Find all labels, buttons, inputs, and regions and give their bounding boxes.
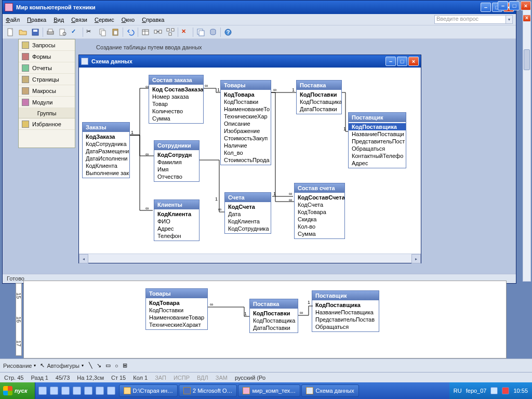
field[interactable]: ДатаИсполнени [83, 155, 129, 162]
table-header[interactable]: Состав счета [295, 183, 344, 193]
nav-modules[interactable]: Модули [19, 97, 75, 108]
table-header[interactable]: Сотрудники [154, 141, 199, 150]
field[interactable]: Дата [225, 210, 271, 218]
clear-layout-icon[interactable]: ✕ [180, 26, 191, 38]
taskbar-app-word[interactable]: 2 Microsoft O… [179, 384, 237, 397]
field[interactable]: КодКлиента [83, 162, 129, 169]
show-table-icon[interactable] [140, 26, 151, 38]
cut-icon[interactable]: ✂ [85, 26, 96, 38]
field[interactable]: КодТовара [221, 91, 271, 98]
field[interactable]: Выполнение зак [83, 169, 129, 177]
ql-icon[interactable] [38, 387, 47, 395]
field[interactable]: ПредставительПост [349, 138, 406, 145]
taskbar-app-access[interactable]: мир_комп_тех… [238, 384, 300, 397]
field[interactable]: Товар [149, 100, 203, 108]
ql-icon[interactable] [96, 387, 104, 395]
ql-icon[interactable] [61, 387, 70, 395]
table-header[interactable]: Заказы [83, 123, 129, 132]
field[interactable]: Скидка [295, 216, 344, 223]
field[interactable]: КодСотрудн [154, 151, 199, 158]
field[interactable]: КодСчета [295, 201, 344, 208]
menu-tools[interactable]: Сервис [95, 17, 114, 23]
nav-queries[interactable]: Запросы [19, 39, 75, 51]
field[interactable]: Количество [149, 108, 203, 115]
schema-maximize-button[interactable]: □ [397, 57, 407, 66]
table-sotrudniki[interactable]: Сотрудники КодСотрудн Фамилия Имя Отчест… [154, 140, 200, 182]
spellcheck-icon[interactable]: ✓ [70, 26, 81, 38]
schema-close-button[interactable]: × [408, 57, 419, 66]
field[interactable]: Телефон [154, 232, 199, 240]
table-header[interactable]: Клиенты [154, 200, 199, 209]
field[interactable]: КодПоставки [297, 91, 341, 98]
table-tovary[interactable]: Товары КодТовара КодПоставки Наименовани… [220, 80, 271, 165]
field[interactable]: Сумма [149, 115, 203, 122]
tray-icon[interactable] [490, 387, 498, 394]
taskbar-app-schema[interactable]: Схема данных [301, 384, 358, 397]
table-header[interactable]: Товары [221, 81, 271, 90]
paste-icon[interactable] [110, 26, 121, 38]
outer-child-close-button[interactable]: × [523, 15, 531, 22]
tray-lang[interactable]: RU [454, 388, 462, 394]
menu-window[interactable]: Окно [122, 17, 135, 23]
undo-icon[interactable] [125, 26, 136, 38]
field[interactable]: Кол-во [295, 223, 344, 230]
show-all-icon[interactable] [165, 26, 176, 38]
table-postavshik[interactable]: Поставщик КодПоставщика НазваниеПоставщи… [348, 112, 406, 168]
field[interactable]: Код СоставЗаказа [149, 86, 203, 93]
oval-icon[interactable]: ○ [115, 363, 118, 369]
table-klienty[interactable]: Клиенты КодКлиента ФИО Адрес Телефон [154, 200, 200, 241]
database-tools-icon[interactable] [207, 26, 219, 38]
menu-edit[interactable]: Правка [27, 17, 46, 23]
field[interactable]: Сумма [295, 230, 344, 237]
field[interactable]: Описание [221, 120, 271, 127]
background-scroll[interactable] [523, 2, 531, 282]
field[interactable]: КодСотрудника [83, 140, 129, 148]
nav-macros[interactable]: Макросы [19, 85, 75, 97]
field[interactable]: КодСоставСчета [295, 194, 344, 201]
field[interactable]: КодПоставщика [297, 98, 341, 105]
table-postavka[interactable]: Поставка КодПоставки КодПоставщика ДатаП… [296, 80, 342, 114]
field[interactable]: КодСотрудника [225, 225, 271, 232]
field[interactable]: НазваниеПоставщи [349, 130, 406, 138]
table-header[interactable]: Счета [225, 193, 271, 202]
menu-help[interactable]: Справка [142, 17, 164, 23]
show-direct-icon[interactable] [152, 26, 164, 38]
outer-close-button[interactable]: × [521, 1, 531, 10]
field[interactable]: ФИО [154, 218, 199, 225]
field[interactable]: Отчество [154, 173, 199, 180]
field[interactable]: Адрес [349, 159, 406, 167]
schema-canvas[interactable]: 1 ∞ ∞ ∞ 1 ∞ 1 ∞ 1 1 ∞ ∞ 1 ∞ ∞ Заказы [79, 68, 421, 254]
create-table-hint[interactable]: Создание таблицы путем ввода данных [96, 44, 202, 50]
scroll-thumb[interactable] [524, 49, 530, 70]
table-zakazy[interactable]: Заказы КодЗаказа КодСотрудника ДатаРазме… [82, 122, 130, 178]
menu-relations[interactable]: Связи [71, 17, 87, 23]
autoshapes-menu[interactable]: Автофигуры [47, 363, 79, 369]
schema-titlebar[interactable]: Схема данных – □ × [79, 55, 421, 68]
new-icon[interactable] [5, 26, 16, 38]
field[interactable]: ДатаРазмещени [83, 148, 129, 155]
menu-view[interactable]: Вид [54, 17, 64, 23]
help-icon[interactable]: ? [222, 26, 234, 38]
field[interactable]: КодКлиента [225, 218, 271, 225]
outer-restore-button[interactable]: □ [509, 1, 520, 10]
field[interactable]: НаименованиеТо [221, 105, 271, 113]
new-window-icon[interactable] [195, 26, 206, 38]
field[interactable]: Наличие [221, 142, 271, 149]
drawing-label[interactable]: Рисование [3, 363, 32, 369]
textbox-icon[interactable]: ⊞ [123, 362, 127, 369]
open-icon[interactable] [17, 26, 29, 38]
save-icon[interactable] [30, 26, 41, 38]
field[interactable]: Кол_во [221, 149, 271, 156]
table-header[interactable]: Состав заказа [149, 75, 203, 85]
arrow-icon[interactable]: ↘ [97, 362, 101, 369]
ql-icon[interactable] [107, 387, 115, 395]
nav-pages[interactable]: Страницы [19, 74, 75, 85]
field[interactable]: СтоимостьПрода [221, 156, 271, 164]
field[interactable]: ДатаПоставки [297, 105, 341, 113]
scroll-right-icon[interactable]: ▸ [411, 254, 421, 263]
table-sostav-scheta[interactable]: Состав счета КодСоставСчета КодСчета Код… [294, 183, 345, 239]
field[interactable]: КодСчета [225, 203, 271, 210]
line-icon[interactable]: ╲ [89, 362, 92, 369]
taskbar-app-folder[interactable]: D:\Старая ин… [119, 384, 178, 397]
help-search-dropdown[interactable]: ▾ [506, 15, 513, 24]
